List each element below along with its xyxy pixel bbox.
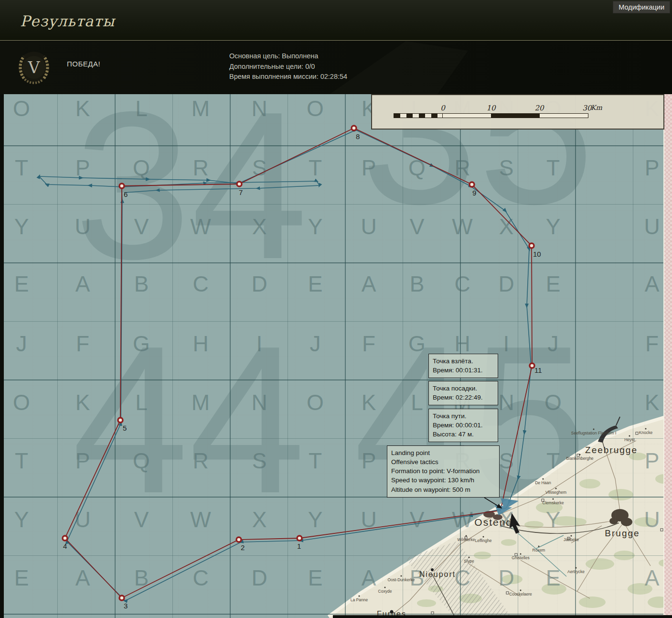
waypoint-number: 9: [472, 189, 476, 197]
grid-letter: S: [499, 155, 514, 180]
grid-letter: K: [75, 96, 90, 121]
band-decoration: [330, 41, 468, 94]
place-label-minor: De Haan: [535, 480, 551, 485]
grid-letter: J: [310, 331, 321, 356]
grid-letter: R: [192, 155, 208, 180]
place-label-minor: Seeflugstation Flandern I: [571, 431, 617, 435]
grid-letter: N: [251, 390, 267, 415]
grid-letter: C: [192, 271, 208, 296]
village-dot: [593, 429, 595, 430]
grid-letter: L: [135, 390, 148, 415]
waypoint-marker[interactable]: [237, 182, 242, 186]
grid-letter: P: [645, 155, 660, 180]
grid-letter: P: [645, 448, 660, 473]
grid-letter: F: [645, 331, 659, 356]
tooltip-line: Altitude on waypoint: 500 m: [391, 485, 495, 494]
waypoint-number: 6: [124, 190, 128, 198]
tooltip-line: Время: 00:01:31.: [433, 366, 494, 375]
map-bottom-strip: [333, 615, 672, 618]
grid-letter: G: [408, 331, 426, 356]
grid-letter: J: [548, 331, 559, 356]
waypoint-marker[interactable]: [119, 184, 124, 188]
waypoint-marker[interactable]: [118, 418, 123, 423]
objective-additional: Дополнительные цели: 0/0: [229, 62, 347, 72]
grid-letter: T: [309, 448, 322, 473]
waypoint-marker[interactable]: [352, 126, 356, 130]
grid-letter: Q: [133, 448, 150, 473]
waypoint-number: 2: [241, 543, 245, 552]
grid-letter: A: [645, 271, 660, 296]
waypoint-marker[interactable]: [63, 536, 67, 541]
grid-letter: U: [75, 214, 90, 239]
village-dot: [520, 590, 522, 591]
village-dot: [401, 575, 402, 577]
grid-letter: V: [410, 214, 425, 239]
grid-letter: M: [192, 96, 210, 121]
grid-letter: G: [133, 331, 150, 356]
grid-letter: C: [192, 565, 208, 590]
waypoint-marker[interactable]: [297, 536, 302, 541]
grid-letter: E: [14, 271, 29, 296]
grid-letter: X: [252, 214, 267, 239]
grid-letter: E: [546, 565, 561, 590]
grid-letter: P: [75, 155, 90, 180]
sector-number: 44: [72, 302, 305, 537]
place-label-minor: Vlisseghem: [545, 490, 566, 495]
grid-letter: O: [13, 390, 30, 415]
tooltip-line: Landing point: [391, 448, 495, 457]
waypoint-marker[interactable]: [530, 363, 534, 368]
village-dot: [579, 454, 581, 455]
grid-letter: E: [546, 271, 561, 296]
grid-letter: A: [75, 271, 90, 296]
scale-tick: 30: [582, 104, 591, 112]
waypoint-number: 3: [124, 602, 128, 610]
mission-objectives: Основная цель: Выполнена Дополнительные …: [229, 51, 347, 82]
place-label-minor: Coxyde: [378, 589, 392, 594]
grid-letter: M: [192, 390, 210, 415]
waypoint-number: 11: [534, 366, 542, 374]
grid-letter: B: [134, 271, 149, 296]
grid-letter: S: [252, 448, 267, 473]
waypoint-number: 8: [356, 132, 360, 141]
waypoint-4[interactable]: 4: [63, 536, 67, 550]
waypoint-marker[interactable]: [119, 596, 124, 600]
grid-letter: W: [190, 507, 211, 532]
grid-letter: D: [251, 565, 267, 590]
grid-letter: A: [362, 271, 376, 296]
place-label-nieuport: Nieuport: [419, 570, 456, 578]
grid-letter: I: [503, 331, 510, 356]
grid-letter: T: [546, 448, 560, 473]
map-tooltip: Landing pointOffensive tacticsFormation …: [387, 445, 500, 498]
waypoint-number: 4: [63, 542, 67, 550]
grid-letter: P: [362, 155, 376, 180]
mission-time: Время выполнения миссии: 02:28:54: [229, 72, 347, 82]
place-label-minor: Slype: [464, 559, 474, 564]
grid-letter: D: [498, 565, 514, 590]
place-label-minor: Oost-Dunkerke: [387, 577, 415, 582]
place-label-minor: Jabbeke: [564, 537, 579, 542]
grid-letter: L: [135, 96, 148, 121]
waypoint-marker[interactable]: [236, 537, 241, 542]
village-dot: [469, 557, 470, 558]
grid-letter: X: [252, 507, 267, 532]
grid-letter: O: [307, 96, 324, 121]
modifications-button[interactable]: Модификации: [613, 1, 670, 13]
grid-letter: T: [546, 155, 560, 180]
waypoint-marker[interactable]: [469, 182, 474, 187]
grid-letter: V: [134, 507, 149, 532]
grid-letter: E: [308, 565, 323, 590]
grid-letter: A: [645, 565, 660, 590]
grid-letter: H: [192, 331, 208, 356]
grid-letter: N: [498, 390, 514, 415]
grid-letter: F: [76, 331, 89, 356]
grid-letter: U: [644, 214, 660, 239]
objective-main: Основная цель: Выполнена: [229, 51, 347, 62]
grid-letter: Y: [308, 214, 323, 239]
victory-label: ПОБЕДА!: [67, 60, 100, 68]
map-left-strip: [0, 94, 4, 618]
scale-unit: Km: [591, 104, 602, 111]
tooltip-line: Точка пути.: [433, 412, 494, 421]
waypoint-marker[interactable]: [529, 243, 534, 248]
grid-letter: H: [454, 331, 470, 356]
grid-letter: V: [134, 214, 149, 239]
